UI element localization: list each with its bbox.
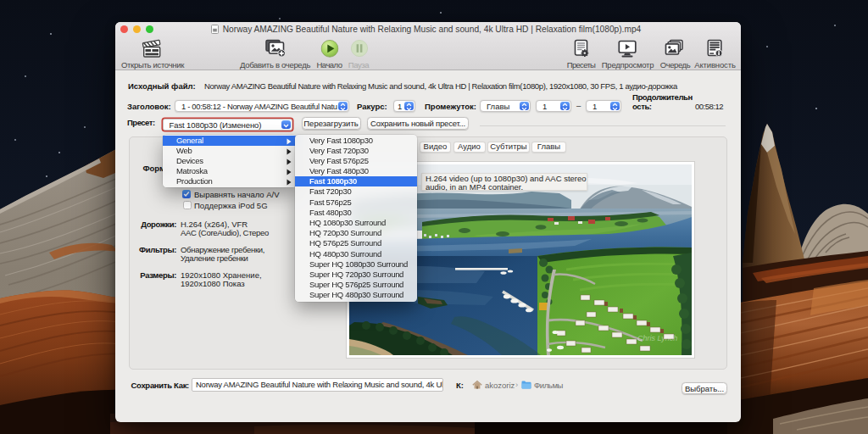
svg-text:Chris Lynch: Chris Lynch [637, 334, 677, 342]
